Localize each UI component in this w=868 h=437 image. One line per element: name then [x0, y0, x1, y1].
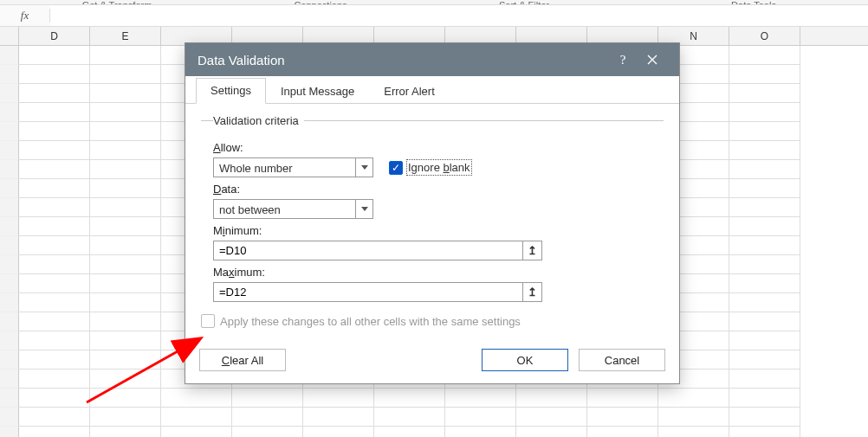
cell[interactable] [90, 370, 161, 389]
cell[interactable] [516, 389, 587, 408]
cell[interactable] [19, 103, 90, 122]
cell[interactable] [729, 370, 800, 389]
clear-all-button[interactable]: Clear All [199, 349, 286, 371]
cell[interactable] [19, 331, 90, 350]
cell[interactable] [90, 331, 161, 350]
cell[interactable] [90, 217, 161, 236]
row-header[interactable] [0, 84, 19, 103]
cell[interactable] [19, 408, 90, 427]
cell[interactable] [516, 408, 587, 427]
cell[interactable] [19, 427, 90, 437]
allow-combo[interactable]: Whole number [213, 157, 373, 177]
row-header[interactable] [0, 122, 19, 141]
tab-input-message[interactable]: Input Message [266, 79, 369, 104]
cell[interactable] [587, 408, 658, 427]
row-header[interactable] [0, 160, 19, 179]
cell[interactable] [729, 103, 800, 122]
cell[interactable] [445, 427, 516, 437]
titlebar[interactable]: Data Validation ? [185, 43, 679, 76]
cell[interactable] [729, 236, 800, 255]
cell[interactable] [374, 408, 445, 427]
cell[interactable] [729, 84, 800, 103]
cell[interactable] [19, 370, 90, 389]
cell[interactable] [19, 84, 90, 103]
cell[interactable] [729, 122, 800, 141]
cell[interactable] [90, 312, 161, 331]
collapse-dialog-icon[interactable]: ↥ [522, 241, 541, 260]
cell[interactable] [90, 122, 161, 141]
cell[interactable] [303, 427, 374, 437]
cell[interactable] [90, 389, 161, 408]
row-header[interactable] [0, 427, 19, 437]
fx-icon[interactable]: fx [0, 9, 50, 22]
cell[interactable] [587, 389, 658, 408]
cell[interactable] [729, 331, 800, 350]
cell[interactable] [729, 46, 800, 65]
cell[interactable] [374, 389, 445, 408]
row-header[interactable] [0, 103, 19, 122]
cell[interactable] [90, 274, 161, 293]
cell[interactable] [658, 408, 729, 427]
row-header[interactable] [0, 274, 19, 293]
cell[interactable] [90, 179, 161, 198]
cell[interactable] [19, 141, 90, 160]
row-header[interactable] [0, 179, 19, 198]
cell[interactable] [729, 389, 800, 408]
ignore-blank-checkbox[interactable]: ✓ Ignore blank [389, 161, 470, 175]
cell[interactable] [161, 408, 232, 427]
cancel-button[interactable]: Cancel [579, 349, 665, 371]
cell[interactable] [729, 293, 800, 312]
cell[interactable] [303, 389, 374, 408]
cell[interactable] [19, 389, 90, 408]
row-header[interactable] [0, 198, 19, 217]
cell[interactable] [19, 46, 90, 65]
cell[interactable] [729, 408, 800, 427]
cell[interactable] [90, 84, 161, 103]
tab-settings[interactable]: Settings [196, 78, 266, 104]
close-button[interactable] [638, 43, 667, 76]
row-header[interactable] [0, 46, 19, 65]
cell[interactable] [90, 141, 161, 160]
row-header[interactable] [0, 236, 19, 255]
col-header[interactable]: O [729, 27, 800, 45]
cell[interactable] [19, 198, 90, 217]
cell[interactable] [729, 274, 800, 293]
cell[interactable] [90, 198, 161, 217]
cell[interactable] [19, 65, 90, 84]
row-header[interactable] [0, 312, 19, 331]
help-button[interactable]: ? [608, 43, 638, 76]
cell[interactable] [19, 160, 90, 179]
cell[interactable] [445, 389, 516, 408]
cell[interactable] [729, 179, 800, 198]
cell[interactable] [90, 350, 161, 370]
col-header[interactable]: E [90, 27, 161, 45]
row-header[interactable] [0, 370, 19, 389]
apply-to-all-checkbox[interactable]: Apply these changes to all other cells w… [201, 314, 521, 328]
cell[interactable] [232, 389, 303, 408]
cell[interactable] [587, 427, 658, 437]
cell[interactable] [90, 427, 161, 437]
cell[interactable] [161, 427, 232, 437]
cell[interactable] [90, 293, 161, 312]
cell[interactable] [19, 255, 90, 274]
maximum-refbox[interactable]: ↥ [213, 282, 542, 302]
data-combo[interactable]: not between [213, 199, 373, 219]
cell[interactable] [729, 141, 800, 160]
cell[interactable] [658, 427, 729, 437]
cell[interactable] [729, 312, 800, 331]
cell[interactable] [19, 217, 90, 236]
row-header[interactable] [0, 217, 19, 236]
cell[interactable] [90, 103, 161, 122]
cell[interactable] [19, 293, 90, 312]
formula-input[interactable] [50, 5, 868, 26]
cell[interactable] [232, 408, 303, 427]
row-header[interactable] [0, 331, 19, 350]
cell[interactable] [19, 179, 90, 198]
cell[interactable] [90, 46, 161, 65]
cell[interactable] [658, 389, 729, 408]
row-header[interactable] [0, 389, 19, 408]
row-header[interactable] [0, 293, 19, 312]
cell[interactable] [445, 408, 516, 427]
minimum-input[interactable] [214, 241, 522, 260]
cell[interactable] [729, 65, 800, 84]
